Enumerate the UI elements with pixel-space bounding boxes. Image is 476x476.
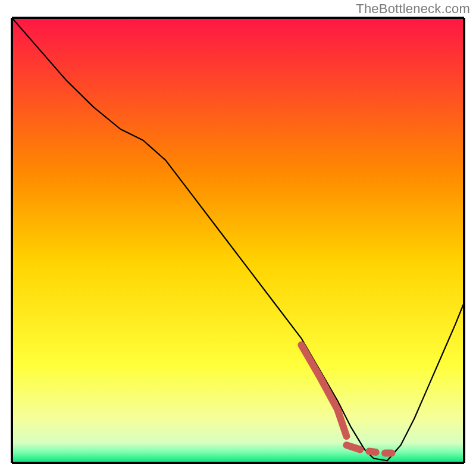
chart-frame: TheBottleneck.com — [0, 0, 476, 476]
plot-background — [12, 18, 464, 463]
bottleneck-chart — [0, 0, 476, 476]
optimal-zone-marker — [369, 452, 375, 452]
optimal-zone-marker — [346, 445, 360, 449]
watermark-text: TheBottleneck.com — [356, 1, 470, 17]
